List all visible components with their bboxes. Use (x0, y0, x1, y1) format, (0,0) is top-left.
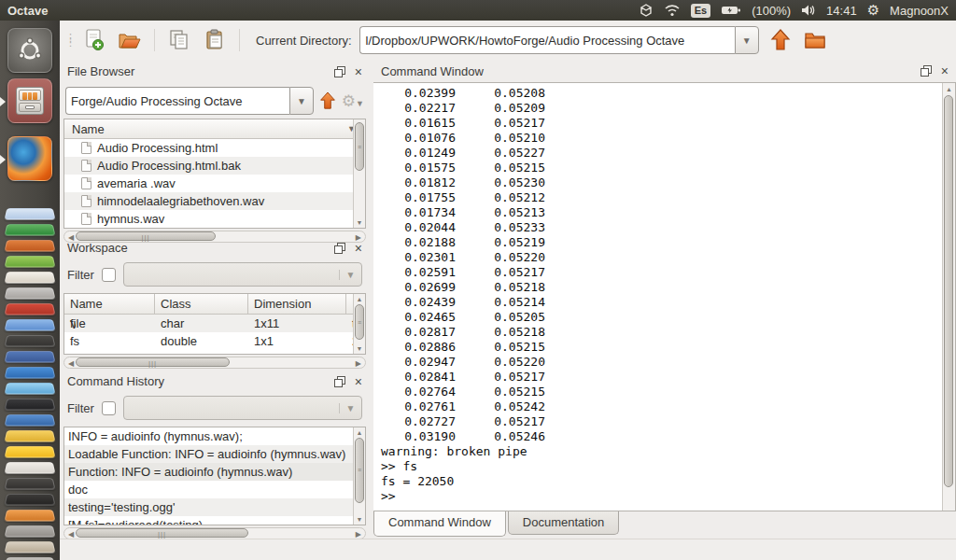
close-panel-icon[interactable]: × (355, 243, 362, 254)
aqualung-icon[interactable] (4, 319, 55, 330)
launchpad-icon[interactable] (4, 399, 55, 410)
wifi-icon[interactable] (664, 4, 681, 17)
file-browser-path-dropdown-arrow[interactable]: ▼ (289, 87, 314, 115)
workspace-filter-row: Filter ▼ (60, 259, 370, 289)
column-header-dimension[interactable]: Dimension (248, 294, 346, 314)
file-row[interactable]: Audio Processing.html (64, 139, 353, 157)
copy-button[interactable] (165, 26, 193, 54)
bottom-tab[interactable]: Documentation (508, 511, 619, 535)
open-file-button[interactable] (116, 26, 144, 54)
file-browser-actions-gear-icon[interactable]: ⚙▼ (342, 91, 364, 111)
workspace-panel: Workspace × Filter ▼ NameClassDimensionV… (60, 236, 370, 370)
media-player-icon[interactable] (4, 287, 55, 299)
utility-app-icon[interactable] (4, 462, 55, 473)
totem-icon[interactable] (4, 367, 55, 378)
file-list-vertical-scrollbar[interactable]: ≡ ▼ (353, 119, 365, 228)
current-directory-value[interactable]: l/Dropbox/UPWORK/HowtoForge/Audio Proces… (359, 26, 735, 54)
firefox-icon[interactable] (7, 136, 52, 181)
directory-up-button[interactable] (766, 26, 794, 54)
output-line: 0.023990.05208 (381, 86, 942, 101)
cyberduck-icon[interactable] (4, 446, 55, 457)
libreoffice-writer-icon[interactable] (4, 208, 55, 219)
command-history-filter-combobox[interactable]: ▼ (123, 396, 362, 420)
history-item[interactable]: Function: INFO = audioinfo (hymnus.wav) (64, 463, 353, 481)
workspace-table-header[interactable]: NameClassDimensionValue (64, 294, 353, 315)
command-window-vertical-scrollbar[interactable]: ▲ (942, 83, 955, 511)
terminal-area[interactable]: 0.023990.052080.022170.052090.016150.052… (373, 82, 956, 511)
libreoffice-calc-icon[interactable] (4, 224, 55, 235)
output-line: 0.017550.05212 (381, 190, 942, 205)
undock-panel-icon[interactable] (921, 65, 932, 77)
username-label[interactable]: MagnoonX (890, 4, 949, 18)
history-item[interactable]: [M,fs]=audioread(testing) (64, 516, 353, 525)
recorder-app-icon[interactable] (4, 478, 55, 489)
file[interactable]: filechar1x11testing.ogg (64, 315, 353, 332)
system-top-bar: Octave Es (100%) 14:41 ⚙ MagnoonX (0, 0, 956, 21)
volume-icon[interactable] (801, 4, 816, 17)
bottom-tab[interactable]: Command Window (373, 511, 506, 537)
ubuntu-dash-icon[interactable] (7, 28, 52, 73)
archive-app-icon[interactable] (4, 541, 55, 553)
libreoffice-impress-icon[interactable] (4, 240, 55, 251)
output-line: 0.015750.05215 (381, 161, 942, 175)
settings-app-icon[interactable] (4, 335, 55, 346)
file-browser-path-combobox[interactable]: Forge/Audio Processing Octave ▼ (65, 87, 314, 115)
close-panel-icon[interactable]: × (355, 66, 362, 77)
paste-button[interactable] (201, 26, 229, 54)
workspace-vertical-scrollbar[interactable]: ▲ ≡ ▼ (353, 294, 365, 354)
file-row[interactable]: avemaria .wav (64, 175, 353, 192)
file-row[interactable]: Audio Processing.html.bak (64, 157, 353, 175)
workspace-filter-combobox[interactable]: ▼ (123, 262, 362, 287)
history-item[interactable]: Loadable Function: INFO = audioinfo (hym… (64, 445, 353, 463)
workspace-filter-checkbox[interactable] (102, 268, 116, 282)
browse-directory-button[interactable] (802, 26, 830, 54)
workspace-horizontal-scrollbar[interactable]: ◀ ||| ▶ (63, 357, 366, 369)
history-item[interactable]: doc (64, 481, 353, 498)
paper-plane-app-icon[interactable] (4, 414, 55, 426)
tool-app-icon[interactable] (4, 303, 55, 315)
file-list-header[interactable]: Name ▼ (64, 119, 365, 139)
command-history-vertical-scrollbar[interactable]: ▲ ≡ ▼ (353, 427, 365, 525)
clock[interactable]: 14:41 (826, 4, 857, 18)
current-directory-dropdown-arrow[interactable]: ▼ (735, 26, 759, 54)
name-column-header[interactable]: Name (72, 122, 105, 136)
file-row[interactable]: hymnus.wav (64, 210, 353, 228)
command-history-list: INFO = audioinfo (hymnus.wav);Loadable F… (63, 427, 366, 525)
file-browser-path-value[interactable]: Forge/Audio Processing Octave (65, 87, 289, 115)
keyboard-app-icon[interactable] (4, 525, 55, 537)
command-history-titlebar: Command History × (60, 370, 370, 393)
column-header-class[interactable]: Class (155, 294, 248, 314)
close-panel-icon[interactable]: × (355, 376, 362, 387)
undock-panel-icon[interactable] (334, 243, 345, 254)
keyboard-layout-indicator[interactable]: Es (691, 4, 710, 18)
camera-app-icon[interactable] (4, 494, 55, 505)
command-history-filter-checkbox[interactable] (102, 401, 116, 415)
file-icon (81, 177, 91, 189)
running-indicator-arrow (0, 155, 6, 164)
fs[interactable]: fsdouble1x122050 (64, 332, 353, 350)
gimp-like-app-icon[interactable] (4, 510, 55, 521)
ubuntu-software-icon[interactable] (4, 256, 55, 267)
unity-launcher (0, 21, 60, 560)
current-directory-label: Current Directory: (256, 34, 352, 48)
session-gear-icon[interactable]: ⚙ (867, 2, 879, 19)
close-panel-icon[interactable]: × (941, 65, 949, 77)
battery-icon[interactable] (721, 5, 741, 16)
file-browser-up-button[interactable] (319, 91, 336, 111)
disc-burner-icon[interactable] (4, 383, 55, 394)
sync-icon[interactable] (639, 3, 654, 18)
python-app-icon[interactable] (4, 430, 55, 441)
toolbar-grip-handle[interactable]: ⋮⋮ (65, 35, 73, 45)
new-script-button[interactable] (80, 26, 108, 54)
undock-panel-icon[interactable] (334, 376, 345, 387)
history-item[interactable]: INFO = audioinfo (hymnus.wav); (64, 427, 353, 445)
column-header-name[interactable]: Name (64, 294, 155, 314)
file-manager-icon[interactable] (7, 78, 52, 123)
file-row[interactable]: himnodelaalegriabethoven.wav (64, 192, 353, 210)
current-directory-combobox[interactable]: l/Dropbox/UPWORK/HowtoForge/Audio Proces… (359, 26, 759, 54)
amazon-icon[interactable] (4, 272, 55, 283)
terminal-line: fs = 22050 (381, 474, 942, 489)
history-item[interactable]: testing='testing.ogg' (64, 498, 353, 516)
facebook-app-icon[interactable] (4, 351, 55, 362)
undock-panel-icon[interactable] (334, 66, 345, 77)
